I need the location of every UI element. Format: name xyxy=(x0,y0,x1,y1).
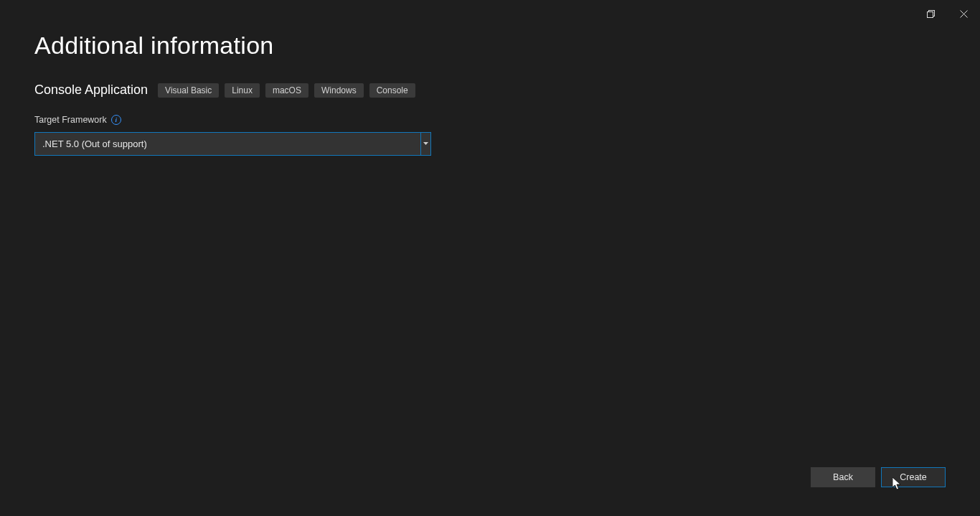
target-framework-selected-value: .NET 5.0 (Out of support) xyxy=(35,133,420,155)
target-framework-select[interactable]: .NET 5.0 (Out of support) xyxy=(34,132,431,156)
chevron-down-icon xyxy=(423,142,428,146)
maximize-icon xyxy=(927,10,935,18)
svg-rect-1 xyxy=(927,11,933,17)
tag-visual-basic: Visual Basic xyxy=(158,83,219,98)
project-type-label: Console Application xyxy=(34,83,148,98)
info-icon[interactable]: i xyxy=(111,115,121,125)
tag-console: Console xyxy=(369,83,415,98)
dropdown-arrow[interactable] xyxy=(420,133,430,155)
page-title: Additional information xyxy=(34,32,946,60)
project-tags: Visual Basic Linux macOS Windows Console xyxy=(158,83,415,98)
target-framework-label: Target Framework xyxy=(34,115,107,125)
tag-windows: Windows xyxy=(314,83,364,98)
target-framework-label-row: Target Framework i xyxy=(34,115,946,125)
project-type-row: Console Application Visual Basic Linux m… xyxy=(34,83,946,98)
title-bar xyxy=(914,0,980,23)
close-button[interactable] xyxy=(947,4,980,23)
tag-linux: Linux xyxy=(225,83,260,98)
footer-buttons: Back Create xyxy=(811,467,946,487)
main-content: Additional information Console Applicati… xyxy=(0,0,980,156)
close-icon xyxy=(960,10,968,18)
maximize-restore-button[interactable] xyxy=(914,4,947,23)
svg-marker-4 xyxy=(423,142,428,145)
back-button[interactable]: Back xyxy=(811,467,875,487)
tag-macos: macOS xyxy=(265,83,308,98)
create-button[interactable]: Create xyxy=(881,467,946,487)
